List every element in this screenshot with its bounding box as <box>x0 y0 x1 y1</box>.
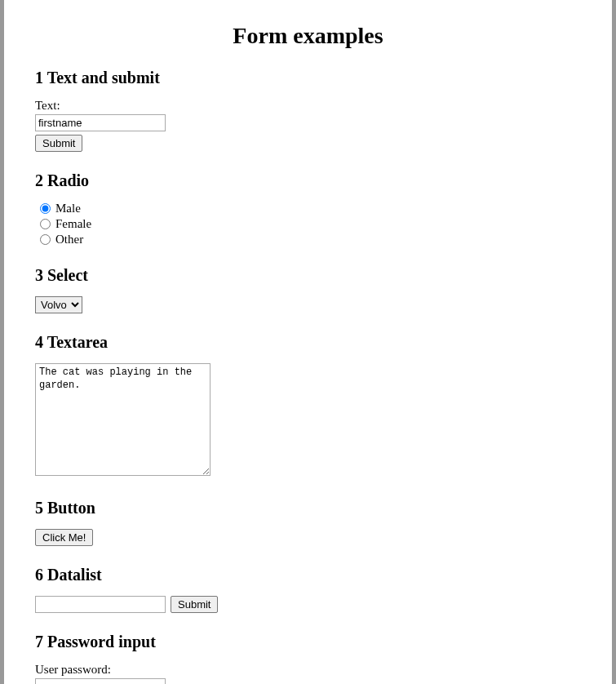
datalist-input[interactable] <box>35 596 166 613</box>
radio-other[interactable] <box>40 234 51 245</box>
radio-male[interactable] <box>40 203 51 214</box>
textarea-input[interactable]: The cat was playing in the garden. <box>35 363 211 476</box>
text-input[interactable] <box>35 114 166 131</box>
text-input-label: Text: <box>35 99 581 113</box>
section-heading-radio: 2 Radio <box>35 171 581 190</box>
datalist-submit-button[interactable] <box>171 596 218 613</box>
page-title: Form examples <box>35 23 581 49</box>
car-select[interactable]: Volvo <box>35 296 82 313</box>
radio-male-label: Male <box>55 202 81 215</box>
radio-female-label: Female <box>55 217 91 231</box>
radio-other-label: Other <box>55 233 83 247</box>
password-input[interactable] <box>35 678 166 684</box>
section-heading-button: 5 Button <box>35 499 581 517</box>
click-me-button[interactable]: Click Me! <box>35 529 93 546</box>
radio-female[interactable] <box>40 219 51 229</box>
password-label: User password: <box>35 663 581 677</box>
text-submit-button[interactable] <box>35 135 82 152</box>
section-heading-textarea: 4 Textarea <box>35 333 581 352</box>
section-heading-select: 3 Select <box>35 266 581 285</box>
section-heading-datalist: 6 Datalist <box>35 566 581 584</box>
section-heading-password: 7 Password input <box>35 633 581 651</box>
section-heading-text-submit: 1 Text and submit <box>35 69 581 87</box>
